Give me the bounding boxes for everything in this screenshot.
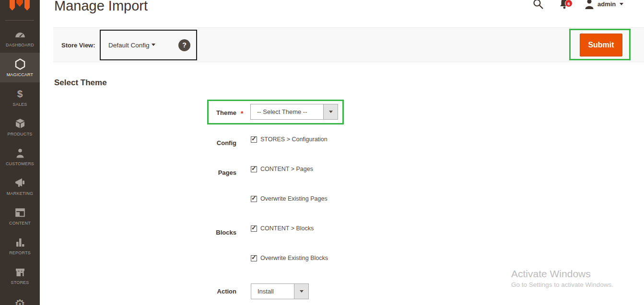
chevron-down-icon [620,3,623,5]
action-select-dropdown-button[interactable] [294,284,308,299]
config-label: Config [174,139,236,147]
dashboard-icon [14,29,26,41]
admin-user-menu[interactable]: admin [584,0,644,11]
sidebar-item-marketing[interactable]: MARKETING [0,171,40,201]
windows-activation-watermark: Activate Windows Go to Settings to activ… [511,268,613,288]
customers-icon [14,147,26,159]
sidebar-item-reports[interactable]: REPORTS [0,231,40,260]
manage-import-page: DASHBOARD MAGICCART $ SALES PRODUCTS CUS… [0,0,644,305]
products-icon [14,118,26,130]
sidebar-item-label: PRODUCTS [7,132,32,136]
sidebar-item-dashboard[interactable]: DASHBOARD [0,23,40,53]
sidebar-item-label: REPORTS [9,250,31,255]
system-gear-icon: ⚙ [14,298,25,305]
content-icon [14,207,26,219]
marketing-icon [14,177,26,189]
sidebar-item-sales[interactable]: $ SALES [0,82,40,112]
action-select[interactable]: Install [251,283,309,299]
sidebar-item-magiccart[interactable]: MAGICCART [0,53,40,82]
overwrite-pages-checkbox-row: Overwrite Existing Pages [251,195,328,203]
action-select-value: Install [251,284,294,299]
checkbox-label: STORES > Configuration [260,136,328,143]
chevron-down-icon[interactable] [152,44,155,46]
magento-logo-icon[interactable] [10,0,30,13]
checkbox-overwrite-existing-pages[interactable] [251,196,257,202]
store-view-label: Store View: [61,42,95,49]
sidebar-item-label: DASHBOARD [6,43,34,47]
checkbox-label: Overwrite Existing Pages [260,195,328,203]
chevron-down-icon [329,111,333,113]
sidebar-item-stores[interactable]: STORES [0,260,40,290]
checkbox-label: CONTENT > Blocks [260,225,314,232]
sidebar-item-customers[interactable]: CUSTOMERS [0,142,40,171]
sidebar-item-label: CONTENT [9,221,31,226]
help-icon[interactable]: ? [178,39,190,51]
watermark-title: Activate Windows [511,268,613,280]
sales-icon: $ [17,88,23,100]
admin-username: admin [597,0,616,8]
sidebar-item-label: CUSTOMERS [6,161,34,166]
theme-label: Theme [174,109,236,116]
section-title: Select Theme [54,78,107,88]
overwrite-blocks-checkbox-row: Overwrite Existing Blocks [251,255,328,262]
config-checkbox-row: STORES > Configuration [251,136,328,143]
pages-checkbox-row: CONTENT > Pages [251,166,313,173]
sidebar-item-label: SALES [12,102,27,107]
sidebar-divider [5,20,34,21]
checkbox-overwrite-existing-blocks[interactable] [251,255,257,261]
theme-select-value: -- Select Theme -- [251,104,323,119]
action-label: Action [174,288,236,295]
required-marker: * [241,110,243,117]
page-title: Manage Import [54,0,148,14]
user-avatar-icon [584,0,595,10]
blocks-label: Blocks [174,229,236,236]
checkbox-content-pages[interactable] [251,166,257,172]
store-view-value[interactable]: Default Config [108,42,150,49]
chevron-down-icon [300,290,304,293]
magiccart-icon [14,58,26,70]
notification-count-badge: 6 [565,0,573,7]
blocks-checkbox-row: CONTENT > Blocks [251,225,314,232]
submit-button[interactable]: Submit [580,34,622,56]
checkbox-label: Overwrite Existing Blocks [260,255,328,262]
sidebar-item-label: MAGICCART [7,72,34,77]
pages-label: Pages [174,169,236,176]
checkbox-stores-configuration[interactable] [251,136,257,143]
sidebar-item-products[interactable]: PRODUCTS [0,112,40,142]
sidebar-item-label: MARKETING [7,191,33,196]
admin-sidebar: DASHBOARD MAGICCART $ SALES PRODUCTS CUS… [0,0,40,305]
checkbox-label: CONTENT > Pages [260,166,313,173]
theme-select[interactable]: -- Select Theme -- [250,104,338,120]
reports-icon [14,237,26,249]
search-icon[interactable] [532,0,544,10]
watermark-subtitle: Go to Settings to activate Windows. [511,281,613,288]
sidebar-item-label: STORES [11,280,29,285]
stores-icon [14,266,26,278]
sidebar-item-content[interactable]: CONTENT [0,201,40,231]
theme-select-dropdown-button[interactable] [323,104,338,119]
checkbox-content-blocks[interactable] [251,226,257,232]
sidebar-item-system[interactable]: ⚙ [0,290,40,305]
